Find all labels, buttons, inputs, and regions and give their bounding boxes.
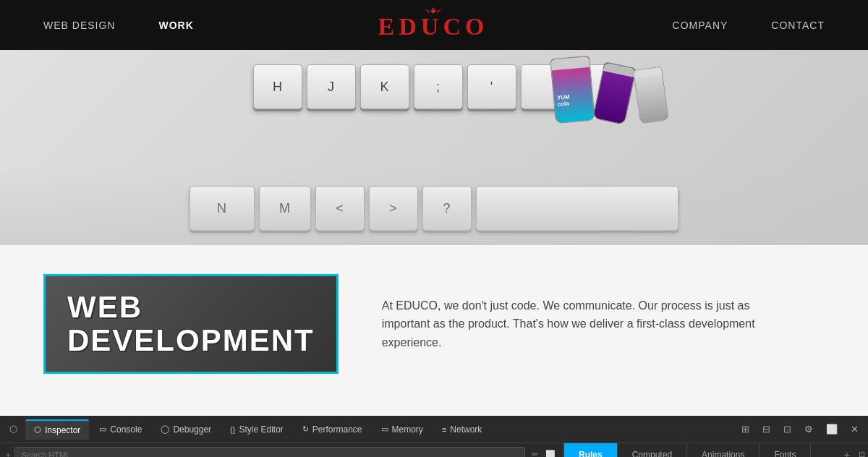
nav-left: WEB DESIGN WORK <box>43 20 194 31</box>
webdev-section: WEB DEVELOPMENT At EDUCO, we don't just … <box>0 245 868 403</box>
webdev-title-line1: WEB <box>67 291 315 324</box>
nav-item-work[interactable]: WORK <box>158 20 193 31</box>
settings-icon[interactable]: ⚙ <box>801 422 817 436</box>
search-html-input[interactable] <box>14 447 525 457</box>
add-node-icon[interactable]: + <box>6 450 10 457</box>
logo-svg: EDUCO <box>375 7 491 43</box>
devtools-search-bar: + ✏ ⬜ <box>0 443 563 457</box>
webdev-title-line2: DEVELOPMENT <box>67 324 315 357</box>
devtools-toolbar: ⬡ ⬡ Inspector ▭ Console ◯ Debugger {} St… <box>0 416 868 443</box>
debugger-icon: ◯ <box>161 424 169 434</box>
inspector-icon: ⬡ <box>34 425 41 435</box>
devtools-toggle-icon[interactable]: ⬡ <box>6 422 21 436</box>
devtools-html-panel: + ✏ ⬜ ▶ <div id="highlight-wrapper" ></d… <box>0 443 564 457</box>
webdev-description: At EDUCO, we don't just code. We communi… <box>382 296 758 352</box>
devtools-panel: ⬡ ⬡ Inspector ▭ Console ◯ Debugger {} St… <box>0 416 868 457</box>
search-box-icon[interactable]: ⬜ <box>543 449 558 457</box>
dock-icon-3[interactable]: ⊡ <box>780 422 795 436</box>
memory-icon: ▭ <box>381 424 388 434</box>
devtools-right-icons: ⊞ ⊟ ⊡ ⚙ ⬜ ✕ <box>738 422 862 436</box>
network-icon: ≡ <box>442 425 446 434</box>
svg-text:EDUCO: EDUCO <box>378 13 488 40</box>
webdev-title-box: WEB DEVELOPMENT <box>43 274 339 374</box>
performance-icon: ↻ <box>302 424 309 434</box>
search-icons: ✏ ⬜ <box>529 449 558 457</box>
dock-icon-2[interactable]: ⊟ <box>759 422 774 436</box>
logo[interactable]: EDUCO <box>375 7 491 43</box>
dock-side-icon[interactable]: ⬜ <box>822 422 841 436</box>
hero-image: H J K ; ' YUMcola N M < <box>0 50 868 245</box>
search-pencil-icon[interactable]: ✏ <box>529 449 540 457</box>
rules-tab-rules[interactable]: Rules <box>564 443 618 457</box>
rules-extra-icon[interactable]: ⊡ <box>856 443 868 457</box>
tab-memory[interactable]: ▭ Memory <box>373 420 432 439</box>
svg-point-1 <box>432 10 435 13</box>
style-editor-icon: {} <box>230 425 235 434</box>
close-devtools-icon[interactable]: ✕ <box>847 422 862 436</box>
nav-right: COMPANY CONTACT <box>673 20 825 31</box>
rules-add-button[interactable]: + <box>838 443 856 457</box>
rules-tab-animations[interactable]: Animations <box>687 443 760 457</box>
devtools-rules-panel: Rules Computed Animations Fonts + ⊡ ▼ Fi… <box>564 443 868 457</box>
dock-icon-1[interactable]: ⊞ <box>738 422 753 436</box>
tab-console[interactable]: ▭ Console <box>90 420 150 439</box>
tab-style-editor[interactable]: {} Style Editor <box>221 420 292 439</box>
nav-item-contact[interactable]: CONTACT <box>771 20 825 31</box>
tab-inspector[interactable]: ⬡ Inspector <box>25 419 89 440</box>
tab-network[interactable]: ≡ Network <box>433 420 490 439</box>
navbar: WEB DESIGN WORK EDUCO COMPANY CONTACT <box>0 0 868 50</box>
rules-tab-computed[interactable]: Computed <box>618 443 687 457</box>
rules-tab-fonts[interactable]: Fonts <box>760 443 811 457</box>
spacer <box>0 403 868 416</box>
tab-performance[interactable]: ↻ Performance <box>294 420 371 439</box>
console-icon: ▭ <box>99 424 106 434</box>
devtools-add-node: + <box>6 450 10 457</box>
nav-item-company[interactable]: COMPANY <box>673 20 728 31</box>
tab-debugger[interactable]: ◯ Debugger <box>152 420 220 439</box>
cans-overlay: YUMcola <box>553 57 665 122</box>
rules-tabs-bar: Rules Computed Animations Fonts + ⊡ <box>564 443 868 457</box>
devtools-body: + ✏ ⬜ ▶ <div id="highlight-wrapper" ></d… <box>0 443 868 457</box>
nav-item-webdesign[interactable]: WEB DESIGN <box>43 20 115 31</box>
